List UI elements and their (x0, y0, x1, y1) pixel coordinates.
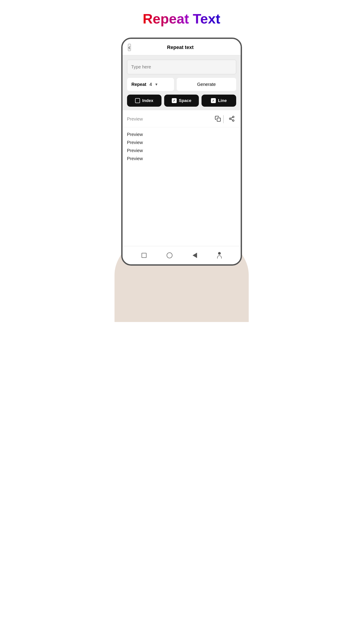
title-repeat: Repeat (143, 11, 189, 26)
share-button[interactable] (227, 114, 236, 124)
line-checkmark: ✓ (212, 99, 215, 102)
line-toggle-label: Line (218, 98, 227, 103)
person-head-icon (218, 252, 221, 255)
page-wrapper: Repeat Text ‹ Repeat text Repeat 4 ▼ (91, 0, 272, 322)
phone-content: Repeat 4 ▼ Generate Index ✓ S (122, 55, 241, 246)
space-checkbox-icon: ✓ (172, 98, 177, 103)
phone-nav (122, 246, 241, 264)
stop-icon (142, 253, 146, 258)
nav-home-button[interactable] (165, 251, 174, 260)
phone-frame: ‹ Repeat text Repeat 4 ▼ Generate (121, 38, 242, 266)
nav-stop-button[interactable] (140, 251, 148, 260)
input-section (122, 55, 241, 78)
svg-rect-0 (217, 118, 220, 122)
repeat-control: Repeat 4 ▼ (127, 78, 174, 91)
preview-content: Preview Preview Preview Preview (122, 127, 241, 166)
preview-line-1: Preview (127, 131, 236, 138)
phone-header: ‹ Repeat text (122, 39, 241, 55)
home-icon (167, 252, 172, 258)
svg-line-4 (231, 119, 232, 120)
space-toggle-label: Space (179, 98, 192, 103)
repeat-value: 4 (150, 82, 152, 87)
share-icon (228, 116, 235, 122)
preview-line-2: Preview (127, 139, 236, 146)
index-toggle-label: Index (142, 98, 154, 103)
nav-back-button[interactable] (191, 251, 199, 260)
preview-header-divider (223, 115, 224, 123)
person-body-icon (217, 255, 222, 258)
copy-icon (215, 116, 221, 122)
line-toggle-button[interactable]: ✓ Line (202, 94, 236, 107)
preview-line-4: Preview (127, 155, 236, 162)
dropdown-arrow-icon[interactable]: ▼ (154, 82, 158, 86)
index-checkbox-icon (135, 98, 140, 103)
svg-line-5 (231, 118, 232, 118)
screen-title: Repeat text (135, 44, 226, 50)
back-icon (192, 253, 197, 258)
generate-button[interactable]: Generate (177, 78, 236, 91)
toggle-row: Index ✓ Space ✓ Line (122, 94, 241, 110)
repeat-label: Repeat (132, 82, 146, 87)
space-toggle-button[interactable]: ✓ Space (164, 94, 199, 107)
app-title: Repeat Text (143, 11, 220, 26)
copy-button[interactable] (213, 114, 222, 124)
preview-header: Preview (122, 110, 241, 127)
preview-section: Preview (122, 110, 241, 246)
line-checkbox-icon: ✓ (211, 98, 216, 103)
index-toggle-button[interactable]: Index (127, 94, 162, 107)
preview-line-3: Preview (127, 147, 236, 154)
back-button[interactable]: ‹ (128, 44, 131, 51)
nav-person-button[interactable] (216, 250, 224, 260)
controls-row: Repeat 4 ▼ Generate (122, 78, 241, 94)
text-input[interactable] (127, 60, 236, 74)
title-text: Text (193, 11, 220, 26)
person-icon (217, 252, 222, 258)
preview-header-label: Preview (127, 116, 211, 122)
space-checkmark: ✓ (173, 99, 176, 102)
